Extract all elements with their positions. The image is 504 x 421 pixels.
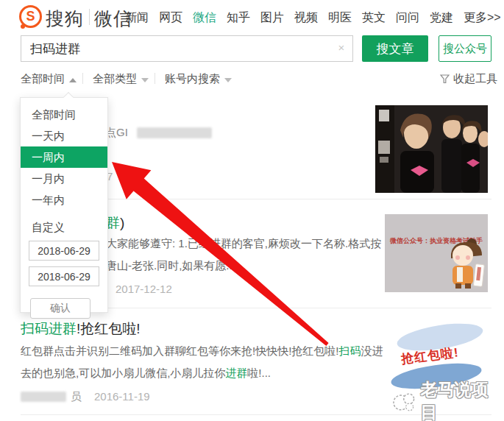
brand-name-sogou[interactable]: 搜狗 bbox=[46, 7, 84, 31]
caret-down-icon bbox=[141, 78, 149, 82]
search-articles-button[interactable]: 搜文章 bbox=[362, 35, 428, 62]
nav-item-more[interactable]: 更多>> bbox=[464, 10, 501, 26]
collapse-tools-label: 收起工具 bbox=[453, 72, 497, 86]
group-photo-image bbox=[375, 105, 488, 193]
nav-item-zhihu[interactable]: 知乎 bbox=[227, 10, 250, 26]
filter-account-search[interactable]: 账号内搜索 bbox=[165, 72, 232, 86]
time-option-day[interactable]: 一天内 bbox=[21, 125, 107, 146]
result2-body-line1: 大家能够遵守: 1.已经进群的客官,麻烦改一下名称.格式按 bbox=[106, 237, 381, 251]
result3-date: 2016-11-19 bbox=[94, 390, 150, 403]
cartoon-mascot-image bbox=[442, 238, 486, 289]
result3-body-keyword1: 扫码 bbox=[339, 344, 361, 357]
filter-time-label: 全部时间 bbox=[21, 72, 65, 85]
filter-separator bbox=[82, 73, 83, 84]
nav-item-english[interactable]: 英文 bbox=[362, 10, 386, 26]
time-option-month[interactable]: 一月内 bbox=[21, 168, 107, 189]
result3-body-seg5: 啦!... bbox=[247, 367, 271, 379]
nav-item-video[interactable]: 视频 bbox=[294, 10, 318, 26]
result2-title-rest: ) bbox=[120, 215, 124, 230]
filter-type-label: 全部类型 bbox=[93, 72, 137, 85]
filter-separator bbox=[155, 73, 155, 84]
nav-item-dangjian[interactable]: 党建 bbox=[430, 10, 453, 26]
result3-title-rest: !抢红包啦! bbox=[77, 321, 141, 336]
time-option-week[interactable]: 一周内 bbox=[21, 146, 107, 168]
sogou-weixin-search-page: S 搜狗 微信 新闻 网页 微信 知乎 图片 视频 明医 英文 问问 党建 更多… bbox=[0, 0, 504, 421]
result3-title-keyword: 扫码进群 bbox=[21, 321, 77, 336]
result1-censored-text bbox=[137, 127, 212, 138]
search-input[interactable] bbox=[21, 35, 353, 62]
collapse-tools-button[interactable]: 收起工具 bbox=[440, 72, 497, 86]
sogou-logo-dot-icon bbox=[21, 24, 25, 29]
result1-snippet-fragment: 点GI bbox=[105, 126, 128, 140]
filter-account-label: 账号内搜索 bbox=[165, 72, 220, 85]
result2-title[interactable]: 群) bbox=[106, 213, 124, 233]
filter-type-dropdown[interactable]: 全部类型 bbox=[93, 72, 149, 86]
result3-title[interactable]: 扫码进群!抢红包啦! bbox=[21, 319, 141, 339]
filter-time-dropdown[interactable]: 全部时间 bbox=[21, 72, 77, 86]
result2-thumbnail[interactable]: 微信公众号：执业资格考试助手 bbox=[385, 214, 488, 292]
nav-item-weixin[interactable]: 微信 bbox=[193, 10, 216, 26]
nav-item-web[interactable]: 网页 bbox=[159, 10, 182, 26]
custom-range-label: 自定义 bbox=[32, 221, 107, 235]
caret-up-icon bbox=[69, 78, 77, 82]
top-nav: 新闻 网页 微信 知乎 图片 视频 明医 英文 问问 党建 更多>> bbox=[125, 10, 501, 26]
clear-icon[interactable]: × bbox=[336, 42, 347, 54]
caret-down-icon bbox=[224, 78, 232, 82]
result3-censored-source bbox=[21, 392, 66, 402]
time-option-year[interactable]: 一年内 bbox=[21, 189, 107, 210]
brand-separator bbox=[89, 9, 90, 25]
result2-date: 2017-12-12 bbox=[116, 283, 172, 295]
result3-body: 红包群点击并识别二维码加入群聊红包等你来抢!快快快!抢红包啦!扫码没进去的也别急… bbox=[21, 340, 388, 384]
time-dropdown-panel: 全部时间 一天内 一周内 一月内 一年内 自定义 确认 bbox=[20, 97, 108, 313]
result1-thumbnail[interactable] bbox=[375, 105, 488, 193]
nav-item-news[interactable]: 新闻 bbox=[125, 10, 149, 26]
nav-item-mingyi[interactable]: 明医 bbox=[328, 10, 352, 26]
confirm-button[interactable]: 确认 bbox=[30, 298, 90, 319]
watermark: 老马说项目 bbox=[391, 378, 504, 421]
result3-body-seg1: 红包群点击并识别二维码加入群聊红包等你来抢!快快快!抢红包啦! bbox=[21, 344, 339, 357]
cloud-horse-logo-icon bbox=[391, 389, 416, 414]
watermark-text: 老马说项目 bbox=[421, 378, 504, 421]
search-accounts-button[interactable]: 搜公众号 bbox=[439, 35, 491, 62]
funnel-icon bbox=[440, 74, 450, 84]
result3-source-suffix: 员 bbox=[71, 390, 82, 404]
result3-body-keyword2: 进群 bbox=[225, 367, 247, 379]
date-from-input[interactable] bbox=[29, 241, 99, 261]
time-option-all[interactable]: 全部时间 bbox=[21, 104, 107, 125]
result2-body-line2: 唐山-老张.同时,如果有愿... bbox=[106, 259, 235, 273]
date-to-input[interactable] bbox=[29, 266, 99, 286]
nav-item-images[interactable]: 图片 bbox=[260, 10, 284, 26]
nav-item-wenwen[interactable]: 问问 bbox=[396, 10, 419, 26]
